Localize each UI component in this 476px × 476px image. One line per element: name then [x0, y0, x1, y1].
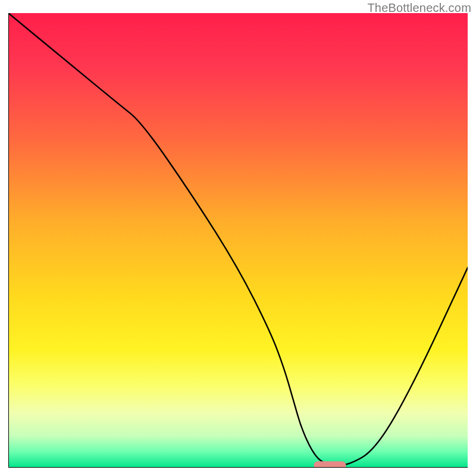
chart-svg — [8, 13, 468, 468]
watermark-text: TheBottleneck.com — [367, 1, 471, 15]
chart-background-gradient — [8, 13, 468, 468]
optimal-range-marker — [314, 461, 346, 468]
bottleneck-chart — [8, 13, 468, 468]
